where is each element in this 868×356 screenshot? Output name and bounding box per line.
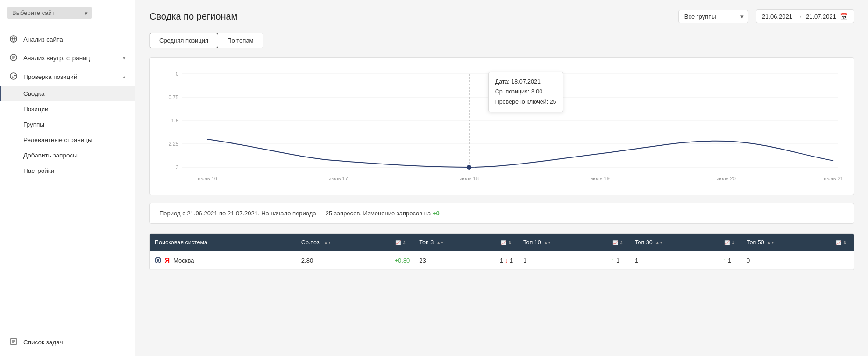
sidebar-item-analyze-site[interactable]: Анализ сайта xyxy=(0,30,135,49)
site-dropdown-wrap[interactable]: Выберите сайт xyxy=(7,7,92,19)
sort-icon[interactable]: ▲▼ xyxy=(767,241,775,245)
sub-nav-label: Добавить запросы xyxy=(23,152,78,159)
cell-top3: 23 xyxy=(414,251,495,270)
period-text: Период с 21.06.2021 по 21.07.2021. На на… xyxy=(149,203,854,224)
svg-text:июль 17: июль 17 xyxy=(328,176,348,181)
cell-avg-pos: 2.80 xyxy=(297,251,390,270)
svg-text:июль 19: июль 19 xyxy=(590,176,610,181)
sidebar-header: Выберите сайт xyxy=(0,0,135,26)
date-to: 21.07.2021 xyxy=(806,13,836,20)
sort-icon[interactable]: ▲▼ xyxy=(655,241,663,245)
tooltip-date-label-text: Дата: xyxy=(495,78,510,85)
tab-avg-pos[interactable]: Средняя позиция xyxy=(149,33,218,48)
sidebar-item-task-list[interactable]: Список задач xyxy=(0,333,135,351)
period-change: +0 xyxy=(433,210,440,217)
tooltip-date-line: Дата: 18.07.2021 xyxy=(495,77,556,87)
chart-tooltip: // inline text for tooltip — set via JS … xyxy=(488,72,563,112)
tooltip-checked-label-text: Проверено ключей: xyxy=(495,99,548,105)
sidebar-bottom: Список задач xyxy=(0,328,135,356)
cell-top30-change: ↑ 1 xyxy=(719,251,742,270)
sort-icon[interactable]: ▲▼ xyxy=(544,241,551,245)
pages-icon xyxy=(9,53,19,63)
groups-select[interactable]: Все группы xyxy=(678,10,748,23)
sub-nav-label: Релевантные страницы xyxy=(23,136,92,143)
date-from: 21.06.2021 xyxy=(762,13,792,20)
chart-sort-icon[interactable]: 📈 ⇕ xyxy=(836,240,847,245)
chevron-down-icon: ▾ xyxy=(123,55,126,61)
sidebar-item-positions[interactable]: Позиции xyxy=(0,101,135,117)
sub-nav-label: Настройки xyxy=(23,167,54,174)
radio-dot[interactable] xyxy=(155,257,161,263)
tab-by-tops[interactable]: По топам xyxy=(218,33,263,48)
header-controls: Все группы 21.06.2021 → 21.07.2021 📅 xyxy=(678,9,854,23)
tooltip-pos-label-text: Ср. позиция: xyxy=(495,88,530,95)
sort-icon[interactable]: ▲▼ xyxy=(437,241,444,245)
calendar-icon: 📅 xyxy=(840,13,848,20)
chart-sort-icon[interactable]: 📈 ⇕ xyxy=(612,240,623,245)
cell-search-engine: Я Москва xyxy=(150,251,297,270)
sidebar-item-svodka[interactable]: Сводка xyxy=(0,86,135,101)
tooltip-pos-value: 3.00 xyxy=(531,88,542,95)
chart-sort-icon[interactable]: 📈 ⇕ xyxy=(724,240,735,245)
positions-icon xyxy=(9,72,19,81)
sidebar: Выберите сайт Анализ сайта Анализ внутр.… xyxy=(0,0,135,356)
sidebar-item-groups[interactable]: Группы xyxy=(0,117,135,132)
tabs: Средняя позиция По топам xyxy=(149,33,263,48)
sidebar-item-settings[interactable]: Настройки xyxy=(0,163,135,178)
sidebar-item-label: Список задач xyxy=(23,339,63,346)
th-top50-chart: 📈 ⇕ xyxy=(830,234,854,251)
period-main-text: Период с 21.06.2021 по 21.07.2021. На на… xyxy=(159,210,433,217)
sidebar-item-label: Анализ внутр. страниц xyxy=(23,55,90,62)
th-top10-chart: 📈 ⇕ xyxy=(607,234,630,251)
svg-text:3: 3 xyxy=(176,164,178,170)
svg-point-25 xyxy=(467,165,471,170)
th-top30-chart: 📈 ⇕ xyxy=(719,234,742,251)
tooltip-date-value: 18.07.2021 xyxy=(511,78,541,85)
sidebar-item-add-queries[interactable]: Добавить запросы xyxy=(0,148,135,163)
cell-top3-change: 1 ↓ 1 xyxy=(495,251,519,270)
date-range[interactable]: 21.06.2021 → 21.07.2021 📅 xyxy=(756,9,854,23)
groups-select-wrap[interactable]: Все группы xyxy=(678,10,748,23)
cell-top10: 1 xyxy=(519,251,607,270)
sidebar-item-relevant[interactable]: Релевантные страницы xyxy=(0,132,135,148)
main-content: Сводка по регионам Все группы 21.06.2021… xyxy=(135,0,868,356)
arrow-up-icon: ↑ xyxy=(612,257,615,264)
sub-nav-label: Позиции xyxy=(23,106,49,113)
svg-text:июль 20: июль 20 xyxy=(716,176,736,181)
svg-text:0.75: 0.75 xyxy=(169,94,178,100)
svg-text:1.5: 1.5 xyxy=(171,118,178,123)
cell-avg-pos-change: +0.80 xyxy=(390,251,414,270)
chart-container: 0 0.75 1.5 2.25 3 июль 16 июль 17 июль 1… xyxy=(149,57,854,195)
sub-nav-label: Группы xyxy=(23,121,44,128)
table-header-row: Поисковая система Ср.поз. ▲▼ 📈 ⇕ Топ 3 ▲… xyxy=(150,234,854,251)
sidebar-nav: Анализ сайта Анализ внутр. страниц ▾ Про… xyxy=(0,26,135,328)
site-dropdown[interactable]: Выберите сайт xyxy=(7,7,92,19)
sub-nav-label: Сводка xyxy=(23,90,45,97)
chart-sort-icon[interactable]: 📈 ⇕ xyxy=(501,240,512,245)
sidebar-item-analyze-pages[interactable]: Анализ внутр. страниц ▾ xyxy=(0,49,135,67)
chevron-up-icon: ▴ xyxy=(123,74,126,80)
cell-top50: 0 xyxy=(742,251,830,270)
tooltip-checked-value: 25 xyxy=(550,99,556,105)
cell-top10-change: ↑ 1 xyxy=(607,251,630,270)
th-avg-pos: Ср.поз. ▲▼ xyxy=(297,234,390,251)
site-icon xyxy=(9,35,19,44)
th-search-engine: Поисковая система xyxy=(150,234,297,251)
sidebar-item-check-positions[interactable]: Проверка позиций ▴ xyxy=(0,67,135,86)
sidebar-item-label: Анализ сайта xyxy=(23,36,63,43)
sort-icon[interactable]: ▲▼ xyxy=(324,241,332,245)
th-top3-chart: 📈 ⇕ xyxy=(495,234,519,251)
th-top10: Топ 10 ▲▼ xyxy=(519,234,607,251)
th-avg-pos-chart: 📈 ⇕ xyxy=(390,234,414,251)
svg-point-3 xyxy=(10,73,17,79)
table-container: Поисковая система Ср.поз. ▲▼ 📈 ⇕ Топ 3 ▲… xyxy=(149,233,854,270)
svg-text:2.25: 2.25 xyxy=(169,141,178,147)
cell-top30: 1 xyxy=(630,251,719,270)
chart-sort-icon[interactable]: 📈 ⇕ xyxy=(395,240,406,245)
page-header: Сводка по регионам Все группы 21.06.2021… xyxy=(149,9,854,23)
yandex-logo: Я xyxy=(165,256,170,264)
th-top30: Топ 30 ▲▼ xyxy=(630,234,719,251)
results-table: Поисковая система Ср.поз. ▲▼ 📈 ⇕ Топ 3 ▲… xyxy=(150,234,854,270)
city-name: Москва xyxy=(173,257,194,264)
date-range-arrow: → xyxy=(796,13,802,20)
